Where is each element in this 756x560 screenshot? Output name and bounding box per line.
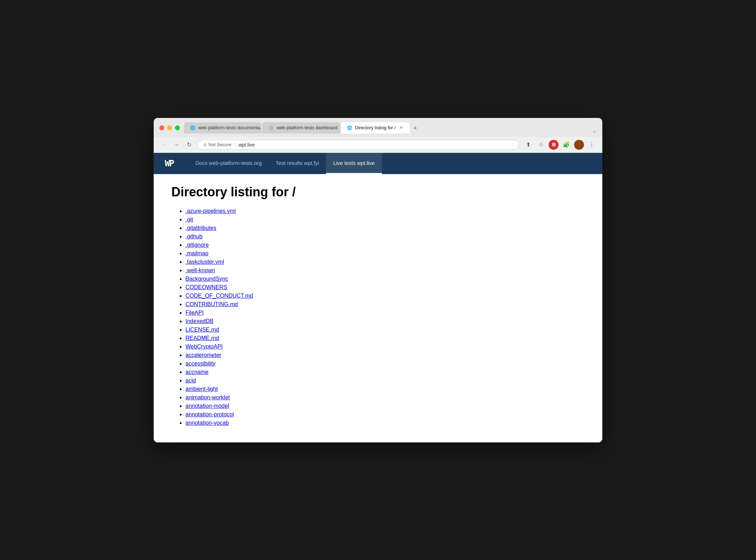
tab-chevron-icon[interactable]: ⌄	[592, 128, 597, 133]
page-title: Directory listing for /	[171, 185, 585, 199]
nav-results-link[interactable]: Test results wpt.fyi	[269, 153, 326, 174]
file-link[interactable]: CONTRIBUTING.md	[185, 301, 238, 307]
new-tab-button[interactable]: +	[411, 124, 420, 133]
file-link[interactable]: ambient-light	[185, 386, 218, 392]
not-secure-label: Not Secure	[208, 142, 231, 147]
file-link[interactable]: accessibility	[185, 361, 215, 367]
file-link[interactable]: animation-worklet	[185, 394, 230, 400]
tab-3-label: Directory listing for /	[355, 125, 396, 130]
list-item: WebCryptoAPI	[185, 344, 585, 350]
list-item: animation-worklet	[185, 394, 585, 401]
file-link[interactable]: .git	[185, 216, 193, 222]
bookmark-icon[interactable]: ☆	[536, 140, 546, 150]
file-link[interactable]: annotation-vocab	[185, 420, 229, 426]
browser-tab-3[interactable]: 🌐 Directory listing for / ✕	[341, 122, 410, 133]
list-item: .taskcluster.yml	[185, 259, 585, 265]
browser-window: 🌐 web-platform-tests documenta... ✕ ⬡ we…	[154, 118, 602, 442]
file-link[interactable]: annotation-protocol	[185, 411, 234, 417]
list-item: accessibility	[185, 361, 585, 367]
logo-box: WP	[161, 156, 178, 171]
list-item: CONTRIBUTING.md	[185, 301, 585, 308]
file-link[interactable]: WebCryptoAPI	[185, 344, 223, 350]
logo-text: WP	[165, 159, 174, 168]
figma-icon: ⬡	[268, 125, 274, 131]
file-link[interactable]: accelerometer	[185, 352, 221, 358]
toolbar-icons: ⬆ ☆ ⊞ 🧩 ⋮	[523, 140, 597, 150]
file-link[interactable]: LICENSE.md	[185, 327, 219, 333]
file-link[interactable]: acid	[185, 377, 196, 383]
list-item: acid	[185, 377, 585, 384]
file-link[interactable]: CODE_OF_CONDUCT.md	[185, 293, 253, 299]
close-button[interactable]	[159, 125, 164, 130]
nav-live-label: Live tests wpt.live	[333, 160, 375, 166]
list-item: accelerometer	[185, 352, 585, 358]
window-controls	[159, 125, 180, 130]
file-link[interactable]: README.md	[185, 335, 219, 341]
nav-docs-label: Docs web-platform-tests.org	[195, 160, 262, 166]
title-bar: 🌐 web-platform-tests documenta... ✕ ⬡ we…	[154, 118, 602, 137]
avatar[interactable]	[574, 140, 584, 150]
file-link[interactable]: FileAPI	[185, 310, 204, 316]
list-item: .github	[185, 233, 585, 240]
file-link[interactable]: .github	[185, 233, 202, 239]
file-link[interactable]: CODEOWNERS	[185, 284, 227, 290]
main-content: Directory listing for / .azure-pipelines…	[154, 174, 602, 442]
site-logo: WP	[161, 156, 178, 171]
file-link[interactable]: accname	[185, 369, 208, 375]
list-item: .well-known	[185, 267, 585, 274]
url-bar[interactable]: ⚠ Not Secure | wpt.live	[197, 140, 519, 150]
share-icon[interactable]: ⬆	[523, 140, 533, 150]
browser-tab-1[interactable]: 🌐 web-platform-tests documenta... ✕	[184, 122, 262, 133]
list-item: LICENSE.md	[185, 327, 585, 333]
file-link[interactable]: annotation-model	[185, 403, 229, 409]
forward-button[interactable]: →	[172, 141, 181, 149]
list-item: .gitattributes	[185, 225, 585, 231]
list-item: BackgroundSync	[185, 276, 585, 282]
tab-1-label: web-platform-tests documenta...	[198, 125, 262, 130]
back-button[interactable]: ←	[159, 141, 168, 149]
nav-live-link[interactable]: Live tests wpt.live	[326, 153, 382, 174]
file-link[interactable]: .taskcluster.yml	[185, 259, 224, 265]
site-nav: WP Docs web-platform-tests.org Test resu…	[154, 153, 602, 174]
minimize-button[interactable]	[167, 125, 172, 130]
address-bar: ← → ↻ ⚠ Not Secure | wpt.live ⬆ ☆ ⊞ 🧩 ⋮	[154, 137, 602, 153]
list-item: .azure-pipelines.yml	[185, 208, 585, 214]
list-item: annotation-model	[185, 403, 585, 409]
url-separator: |	[234, 142, 236, 148]
file-link[interactable]: IndexedDB	[185, 318, 213, 324]
tabs-bar: 🌐 web-platform-tests documenta... ✕ ⬡ we…	[184, 122, 597, 133]
list-item: CODEOWNERS	[185, 284, 585, 291]
file-link[interactable]: .well-known	[185, 267, 215, 273]
tab-3-close[interactable]: ✕	[398, 125, 404, 131]
list-item: .gitignore	[185, 242, 585, 248]
maximize-button[interactable]	[175, 125, 180, 130]
browser-tab-2[interactable]: ⬡ web-platform-tests dashboard ✕	[262, 122, 340, 133]
nav-docs-link[interactable]: Docs web-platform-tests.org	[188, 153, 269, 174]
list-item: CODE_OF_CONDUCT.md	[185, 293, 585, 299]
file-link[interactable]: .gitattributes	[185, 225, 216, 231]
extensions-icon[interactable]: ⊞	[549, 140, 559, 150]
file-link[interactable]: .azure-pipelines.yml	[185, 208, 236, 214]
list-item: annotation-vocab	[185, 420, 585, 426]
list-item: IndexedDB	[185, 318, 585, 324]
list-item: .git	[185, 216, 585, 223]
not-secure-indicator: ⚠ Not Secure	[203, 142, 231, 147]
list-item: FileAPI	[185, 310, 585, 316]
list-item: README.md	[185, 335, 585, 341]
list-item: annotation-protocol	[185, 411, 585, 418]
file-link[interactable]: .gitignore	[185, 242, 209, 248]
url-text: wpt.live	[238, 142, 255, 148]
nav-results-label: Test results wpt.fyi	[276, 160, 319, 166]
list-item: accname	[185, 369, 585, 375]
file-list: .azure-pipelines.yml.git.gitattributes.g…	[171, 208, 585, 426]
reload-button[interactable]: ↻	[185, 141, 193, 149]
file-link[interactable]: BackgroundSync	[185, 276, 228, 282]
list-item: .mailmap	[185, 250, 585, 257]
globe-icon: 🌐	[190, 125, 195, 131]
nav-links: Docs web-platform-tests.org Test results…	[188, 153, 382, 174]
file-link[interactable]: .mailmap	[185, 250, 208, 256]
list-item: ambient-light	[185, 386, 585, 392]
tab-2-label: web-platform-tests dashboard	[277, 125, 337, 130]
puzzle-icon[interactable]: 🧩	[561, 140, 571, 150]
menu-icon[interactable]: ⋮	[587, 140, 597, 150]
